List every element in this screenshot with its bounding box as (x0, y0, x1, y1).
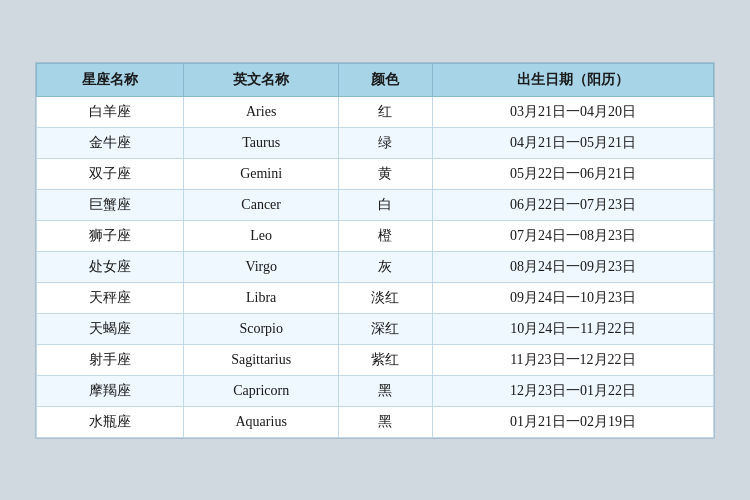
table-cell: 01月21日一02月19日 (432, 406, 713, 437)
table-cell: 红 (339, 96, 433, 127)
table-row: 天秤座Libra淡红09月24日一10月23日 (37, 282, 714, 313)
table-cell: 04月21日一05月21日 (432, 127, 713, 158)
table-cell: 白 (339, 189, 433, 220)
table-cell: 黑 (339, 375, 433, 406)
table-cell: 11月23日一12月22日 (432, 344, 713, 375)
table-cell: 橙 (339, 220, 433, 251)
table-cell: 黑 (339, 406, 433, 437)
header-birthday: 出生日期（阳历） (432, 63, 713, 96)
table-cell: 绿 (339, 127, 433, 158)
table-cell: 深红 (339, 313, 433, 344)
table-cell: Aquarius (184, 406, 339, 437)
table-cell: Libra (184, 282, 339, 313)
table-cell: 天秤座 (37, 282, 184, 313)
table-cell: 水瓶座 (37, 406, 184, 437)
table-cell: 10月24日一11月22日 (432, 313, 713, 344)
table-cell: 07月24日一08月23日 (432, 220, 713, 251)
header-english-name: 英文名称 (184, 63, 339, 96)
zodiac-table: 星座名称 英文名称 颜色 出生日期（阳历） 白羊座Aries红03月21日一04… (36, 63, 714, 438)
table-cell: 08月24日一09月23日 (432, 251, 713, 282)
zodiac-table-container: 星座名称 英文名称 颜色 出生日期（阳历） 白羊座Aries红03月21日一04… (35, 62, 715, 439)
table-cell: 处女座 (37, 251, 184, 282)
table-row: 射手座Sagittarius紫红11月23日一12月22日 (37, 344, 714, 375)
table-cell: 淡红 (339, 282, 433, 313)
table-cell: 巨蟹座 (37, 189, 184, 220)
table-cell: 狮子座 (37, 220, 184, 251)
table-row: 狮子座Leo橙07月24日一08月23日 (37, 220, 714, 251)
table-cell: Gemini (184, 158, 339, 189)
table-cell: 12月23日一01月22日 (432, 375, 713, 406)
table-row: 金牛座Taurus绿04月21日一05月21日 (37, 127, 714, 158)
table-cell: 05月22日一06月21日 (432, 158, 713, 189)
table-cell: 白羊座 (37, 96, 184, 127)
table-row: 双子座Gemini黄05月22日一06月21日 (37, 158, 714, 189)
table-row: 处女座Virgo灰08月24日一09月23日 (37, 251, 714, 282)
table-cell: Taurus (184, 127, 339, 158)
table-cell: 紫红 (339, 344, 433, 375)
table-cell: Leo (184, 220, 339, 251)
table-cell: 双子座 (37, 158, 184, 189)
table-cell: 黄 (339, 158, 433, 189)
table-cell: 09月24日一10月23日 (432, 282, 713, 313)
table-row: 巨蟹座Cancer白06月22日一07月23日 (37, 189, 714, 220)
table-cell: 金牛座 (37, 127, 184, 158)
table-row: 天蝎座Scorpio深红10月24日一11月22日 (37, 313, 714, 344)
header-chinese-name: 星座名称 (37, 63, 184, 96)
table-cell: 天蝎座 (37, 313, 184, 344)
table-row: 白羊座Aries红03月21日一04月20日 (37, 96, 714, 127)
table-cell: Scorpio (184, 313, 339, 344)
table-cell: 射手座 (37, 344, 184, 375)
table-cell: 灰 (339, 251, 433, 282)
table-cell: Sagittarius (184, 344, 339, 375)
table-cell: Capricorn (184, 375, 339, 406)
table-cell: Cancer (184, 189, 339, 220)
table-row: 摩羯座Capricorn黑12月23日一01月22日 (37, 375, 714, 406)
table-row: 水瓶座Aquarius黑01月21日一02月19日 (37, 406, 714, 437)
header-color: 颜色 (339, 63, 433, 96)
table-cell: Virgo (184, 251, 339, 282)
table-cell: Aries (184, 96, 339, 127)
table-cell: 03月21日一04月20日 (432, 96, 713, 127)
table-cell: 摩羯座 (37, 375, 184, 406)
table-cell: 06月22日一07月23日 (432, 189, 713, 220)
table-header-row: 星座名称 英文名称 颜色 出生日期（阳历） (37, 63, 714, 96)
